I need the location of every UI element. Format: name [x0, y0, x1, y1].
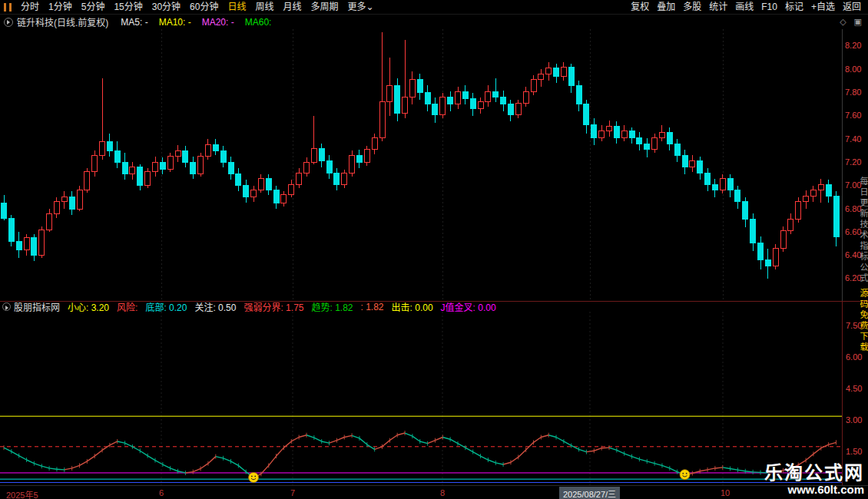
period-tab-9[interactable]: 多周期 [306, 0, 343, 14]
collapse-circle-icon[interactable] [4, 18, 13, 27]
ind-line-seg [224, 458, 231, 461]
candle-body [137, 167, 143, 186]
period-tab-7[interactable]: 周线 [250, 0, 278, 14]
candlestick-chart[interactable] [0, 29, 842, 301]
indicator-panel[interactable] [0, 312, 842, 485]
date-tick-3: 8 [440, 488, 445, 497]
candle-body [350, 155, 355, 173]
toolbar-action-4[interactable]: 画线 [731, 0, 757, 14]
candle-body [334, 173, 340, 184]
ind-line-seg [383, 441, 390, 447]
watermark: 乐淘公式网 www.60lt.com [764, 463, 864, 496]
candle-body [485, 91, 491, 102]
candle-body [311, 148, 316, 162]
period-tab-4[interactable]: 30分钟 [147, 0, 185, 14]
ind-line-seg [617, 450, 624, 453]
watermark-site-name: 乐淘公式网 [764, 463, 864, 483]
toolbar-action-5[interactable]: F10 [757, 0, 781, 14]
ind-line-seg [118, 441, 125, 443]
ind-line-seg [639, 459, 647, 461]
ind-line-seg [556, 437, 564, 441]
indicator-collapse-icon[interactable] [2, 302, 11, 311]
candle-body [803, 196, 809, 202]
candle-body [205, 145, 210, 157]
ind-line-seg [526, 442, 534, 450]
ind-line-seg [208, 457, 216, 464]
toolbar-action-8[interactable]: 返回 [839, 0, 865, 14]
panel-toggle-icon[interactable] [4, 3, 12, 12]
candle-body [584, 104, 589, 125]
candle-body [554, 68, 559, 77]
candle-body [114, 150, 120, 162]
candle-body [213, 145, 218, 151]
candle-body [395, 85, 400, 113]
candle-body [546, 68, 552, 74]
candle-body [493, 91, 499, 97]
candle-body [379, 102, 385, 138]
ind-line-seg [473, 452, 481, 456]
period-tab-6[interactable]: 日线 [223, 0, 250, 14]
ind-line-seg [745, 471, 753, 472]
period-tab-8[interactable]: 月线 [279, 0, 306, 14]
candle-body [16, 241, 22, 250]
ma-label-1: MA10: - [159, 17, 191, 28]
price-axis-label: 7.60 [845, 111, 861, 121]
candle-body [281, 195, 287, 203]
ind-line-seg [336, 437, 344, 440]
candle-body [183, 150, 188, 162]
diamond-icon[interactable]: ◇ [840, 17, 846, 27]
ma-label-3: MA60: [245, 17, 272, 28]
ind-line-seg [753, 472, 760, 473]
period-tab-5[interactable]: 60分钟 [185, 0, 223, 14]
period-tab-10[interactable]: 更多⌄ [343, 0, 379, 14]
indicator-axis-label: 3.00 [846, 415, 862, 425]
candle-body [735, 190, 740, 202]
ind-line-seg [715, 468, 723, 468]
candle-body [2, 203, 7, 218]
candle-body [69, 197, 75, 209]
ind-line-seg [65, 468, 72, 470]
indicator-axis-label: 4.50 [846, 384, 862, 394]
date-tick-4: 10 [721, 488, 730, 497]
ind-line-seg [147, 456, 155, 461]
toolbar-action-2[interactable]: 多股 [679, 0, 705, 14]
ind-line-seg [670, 468, 678, 472]
ind-line-seg [813, 448, 821, 454]
candle-body [403, 97, 408, 114]
candle-body [130, 167, 135, 174]
candle-body [758, 243, 764, 260]
toolbar-action-0[interactable]: 复权 [627, 0, 653, 14]
ind-line-seg [571, 445, 579, 449]
candle-body [462, 91, 468, 98]
ind-line-seg [314, 438, 322, 441]
ind-line-seg [601, 448, 609, 448]
ind-line-seg [594, 448, 601, 451]
candle-body [372, 138, 377, 150]
candle-body [145, 172, 151, 186]
ind-line-seg [662, 465, 670, 468]
candle-body [538, 74, 544, 80]
toolbar-action-3[interactable]: 统计 [705, 0, 731, 14]
date-axis: 2025年5678102025/08/27/三 [0, 486, 868, 499]
right-strip-bottom-text: 源码免费下载 [859, 289, 868, 353]
ind-line-seg [34, 464, 41, 467]
period-tab-2[interactable]: 5分钟 [77, 0, 110, 14]
period-tab-3[interactable]: 15分钟 [109, 0, 147, 14]
candle-body [614, 127, 619, 138]
date-tick-0: 2025年5 [6, 488, 38, 499]
ind-line-seg [541, 435, 548, 438]
smiley-icon [680, 470, 690, 480]
toolbar-action-1[interactable]: 叠加 [653, 0, 679, 14]
period-tab-1[interactable]: 1分钟 [44, 0, 77, 14]
stock-title: 链升科技(日线.前复权) [17, 15, 108, 28]
ind-line-seg [102, 445, 110, 451]
candle-body [727, 179, 733, 190]
window-icon[interactable]: ▣ [854, 17, 862, 27]
ind-line-seg [397, 433, 405, 435]
period-tab-0[interactable]: 分时 [16, 0, 44, 14]
price-axis-label: 7.20 [845, 157, 861, 167]
candle-body [637, 138, 642, 144]
candle-body [621, 131, 627, 138]
toolbar-action-6[interactable]: 标记 [781, 0, 807, 14]
toolbar-action-7[interactable]: +自选 [807, 0, 839, 14]
